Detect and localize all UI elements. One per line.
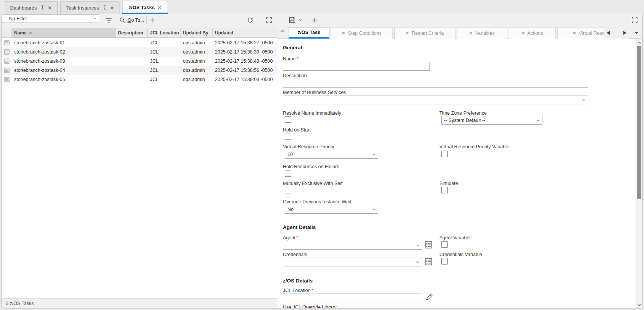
agent-browse-icon[interactable] bbox=[425, 241, 432, 248]
cell-jcl-location: JCL bbox=[148, 49, 181, 55]
tab-zos-task[interactable]: z/OS Task bbox=[289, 27, 329, 39]
override-previous-instance-wait-label: Override Previous Instance Wait bbox=[283, 199, 351, 205]
window-tab-dashboards[interactable]: Dashboards bbox=[4, 1, 58, 14]
cell-updated: 2025-02-17 15:38:56 -0500 bbox=[213, 68, 278, 73]
name-input[interactable] bbox=[283, 62, 430, 71]
virtual-resource-priority-dropdown[interactable]: 10 bbox=[285, 150, 378, 159]
window-tab-label: Task Instances bbox=[66, 5, 99, 11]
agent-dropdown[interactable] bbox=[283, 241, 422, 250]
grid-header-name[interactable]: Name bbox=[12, 28, 116, 37]
table-row[interactable]: stonebranch-zostask-01 JCL ops.admin 202… bbox=[2, 38, 278, 47]
save-menu-chevron-icon[interactable] bbox=[299, 19, 302, 21]
grid-header-icon-column[interactable] bbox=[2, 28, 12, 37]
tab-overflow-icon[interactable] bbox=[634, 31, 639, 34]
cell-updated: 2025-02-17 15:39:03 -0500 bbox=[213, 77, 278, 82]
grid-header-updated-by[interactable]: Updated By bbox=[181, 28, 213, 37]
section-agent-details: Agent Details bbox=[283, 224, 316, 230]
table-row[interactable]: stonebranch-zostask-05 JCL ops.admin 202… bbox=[2, 75, 278, 84]
hold-resources-on-failure-checkbox[interactable] bbox=[285, 170, 291, 177]
cell-name: stonebranch-zostask-05 bbox=[12, 77, 116, 82]
member-of-business-services-label: Member of Business Services bbox=[283, 90, 346, 95]
cell-updated-by: ops.admin bbox=[181, 68, 213, 73]
close-icon[interactable] bbox=[48, 6, 52, 10]
form-scrollbar[interactable] bbox=[636, 39, 642, 308]
grid-header-description[interactable]: Description bbox=[116, 28, 148, 37]
task-icon bbox=[2, 77, 12, 82]
credentials-variable-checkbox[interactable] bbox=[441, 258, 448, 265]
tab-variables[interactable]: Variables bbox=[457, 27, 507, 39]
close-icon[interactable] bbox=[110, 6, 114, 10]
member-of-business-services-dropdown[interactable] bbox=[283, 96, 588, 104]
filter-icon[interactable] bbox=[106, 18, 112, 23]
use-jcl-override-library-label: Use JCL Override Library bbox=[283, 305, 337, 308]
sort-ascending-icon bbox=[29, 32, 32, 34]
override-previous-instance-wait-dropdown[interactable]: No bbox=[285, 205, 378, 214]
cell-jcl-location: JCL bbox=[148, 58, 181, 64]
window-tab-label: Dashboards bbox=[10, 5, 37, 11]
new-record-plus-icon[interactable] bbox=[312, 17, 318, 23]
required-marker: * bbox=[297, 56, 299, 62]
row-count-status: 5 z/OS Tasks bbox=[6, 301, 34, 306]
section-zos-details: z/OS Details bbox=[283, 278, 313, 284]
task-icon bbox=[2, 68, 12, 73]
pin-icon[interactable] bbox=[103, 5, 107, 10]
window-tab-zos-tasks[interactable]: z/OS Tasks bbox=[122, 1, 168, 14]
refresh-icon[interactable] bbox=[247, 17, 253, 23]
section-general: General bbox=[283, 45, 302, 50]
filter-dropdown[interactable]: -- No Filter -- bbox=[2, 14, 99, 23]
task-icon bbox=[2, 40, 12, 45]
window-tab-task-instances[interactable]: Task Instances bbox=[60, 1, 119, 14]
chevron-down-icon bbox=[372, 153, 376, 156]
cell-jcl-location: JCL bbox=[148, 40, 181, 45]
simulate-checkbox[interactable] bbox=[441, 187, 448, 193]
grid-header-updated[interactable]: Updated bbox=[213, 28, 278, 37]
chevron-down-icon bbox=[416, 244, 420, 247]
edit-pencil-icon[interactable] bbox=[426, 293, 433, 302]
tab-scroll-nav bbox=[604, 27, 629, 39]
jcl-location-input[interactable] bbox=[283, 294, 422, 302]
fullscreen-icon[interactable] bbox=[632, 17, 638, 23]
credentials-browse-icon[interactable] bbox=[425, 258, 432, 265]
tab-actions[interactable]: Actions bbox=[509, 27, 556, 39]
tab-scroll-left-icon[interactable] bbox=[606, 31, 610, 35]
cell-updated: 2025-02-17 15:38:48 -0500 bbox=[213, 58, 278, 64]
main-window: -- No Filter -- Go To... bbox=[2, 14, 642, 308]
agent-variable-checkbox[interactable] bbox=[441, 241, 448, 248]
tab-dot-icon bbox=[470, 32, 472, 34]
credentials-dropdown[interactable] bbox=[283, 258, 422, 266]
close-icon[interactable] bbox=[158, 6, 161, 9]
table-row[interactable]: stonebranch-zostask-02 JCL ops.admin 202… bbox=[2, 47, 278, 57]
tab-step-conditions[interactable]: Step Conditions bbox=[331, 27, 393, 39]
expand-grid-icon[interactable] bbox=[266, 17, 272, 23]
cell-updated-by: ops.admin bbox=[181, 40, 213, 45]
tab-restart-criteria[interactable]: Restart Criteria bbox=[394, 27, 455, 39]
scroll-down-icon[interactable] bbox=[636, 302, 642, 308]
mutually-exclusive-with-self-checkbox[interactable] bbox=[285, 187, 291, 193]
agent-label: Agent* bbox=[283, 235, 299, 240]
go-to-button[interactable]: Go To... bbox=[125, 18, 144, 23]
tab-scroll-right-icon[interactable] bbox=[623, 31, 627, 35]
description-input[interactable] bbox=[283, 79, 588, 88]
hold-on-start-label: Hold on Start bbox=[283, 127, 311, 133]
scrollbar-thumb[interactable] bbox=[637, 46, 641, 199]
pin-icon[interactable] bbox=[40, 5, 45, 10]
collapse-panel-icon[interactable] bbox=[280, 29, 285, 33]
cell-name: stonebranch-zostask-02 bbox=[12, 49, 116, 55]
resolve-name-immediately-checkbox[interactable] bbox=[285, 116, 291, 123]
tab-dot-icon bbox=[406, 32, 408, 34]
search-icon[interactable] bbox=[119, 17, 125, 23]
task-icon bbox=[2, 49, 12, 55]
time-zone-preference-dropdown[interactable]: -- System Default -- bbox=[441, 116, 542, 125]
hold-on-start-checkbox[interactable] bbox=[285, 133, 291, 140]
scroll-up-icon[interactable] bbox=[636, 39, 642, 45]
table-row[interactable]: stonebranch-zostask-04 JCL ops.admin 202… bbox=[2, 66, 278, 75]
cell-name: stonebranch-zostask-04 bbox=[12, 68, 116, 73]
virtual-resource-priority-variable-checkbox[interactable] bbox=[441, 151, 448, 157]
new-task-plus-icon[interactable] bbox=[150, 17, 156, 23]
table-row[interactable]: stonebranch-zostask-03 JCL ops.admin 202… bbox=[2, 57, 278, 66]
grid-header-jcl-location[interactable]: JCL Location bbox=[148, 28, 181, 37]
save-icon[interactable] bbox=[289, 17, 295, 23]
filter-value: -- No Filter -- bbox=[5, 16, 32, 21]
chevron-down-icon bbox=[416, 261, 420, 263]
cell-updated: 2025-02-17 15:38:27 -0500 bbox=[213, 40, 278, 45]
